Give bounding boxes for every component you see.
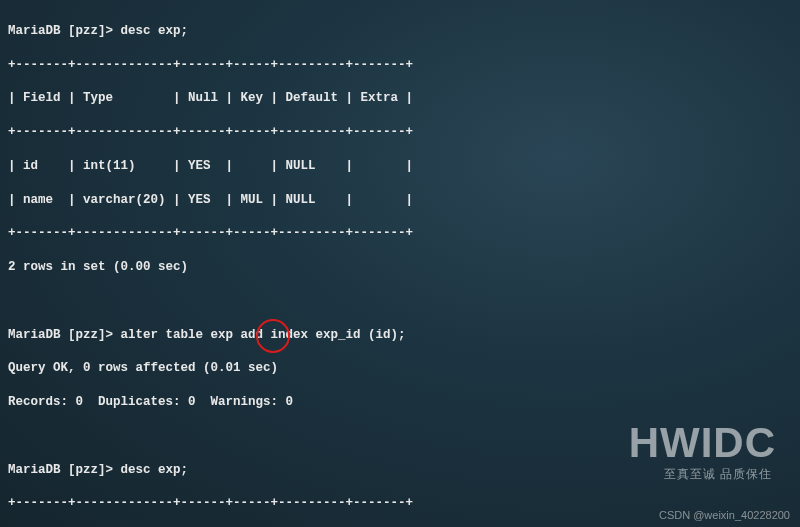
prompt-label: MariaDB [pzz]> [8,24,113,38]
prompt-line-1[interactable]: MariaDB [pzz]> desc exp; [8,23,792,40]
command-1: desc exp; [121,24,189,38]
csdn-attribution: CSDN @weixin_40228200 [659,509,790,521]
watermark-tagline: 至真至诚 品质保住 [664,466,772,483]
prompt-line-2[interactable]: MariaDB [pzz]> alter table exp add index… [8,327,792,344]
table-border: +-------+-------------+------+-----+----… [8,124,792,141]
table-header: | Field | Type | Null | Key | Default | … [8,90,792,107]
watermark-logo: HWIDC [629,419,776,467]
table-border: +-------+-------------+------+-----+----… [8,225,792,242]
table-border: +-------+-------------+------+-----+----… [8,57,792,74]
command-3: desc exp; [121,463,189,477]
table-row: | id | int(11) | YES | | NULL | | [8,158,792,175]
query-result-1: Query OK, 0 rows affected (0.01 sec) [8,360,792,377]
prompt-label: MariaDB [pzz]> [8,328,113,342]
table-row: | name | varchar(20) | YES | MUL | NULL … [8,192,792,209]
result-summary: 2 rows in set (0.00 sec) [8,259,792,276]
command-2: alter table exp add index exp_id (id); [121,328,406,342]
prompt-label: MariaDB [pzz]> [8,463,113,477]
query-result-2: Records: 0 Duplicates: 0 Warnings: 0 [8,394,792,411]
